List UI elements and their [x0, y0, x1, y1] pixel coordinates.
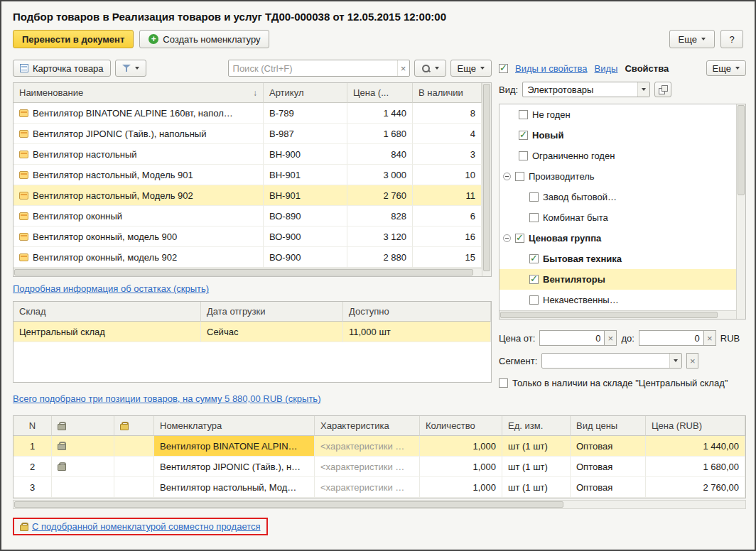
selection-hscrollbar[interactable] — [13, 500, 746, 509]
search-clear-button[interactable] — [397, 60, 409, 76]
column-header-quantity[interactable]: Количество — [420, 416, 502, 436]
toolbar-more-button[interactable]: Еще — [669, 30, 715, 48]
product-stock-cell: 16 — [413, 227, 482, 247]
product-row[interactable]: Вентилятор JIPONIC (Тайв.), напольный В-… — [14, 124, 482, 144]
property-row[interactable]: Не годен — [500, 104, 736, 125]
products-hscrollbar[interactable] — [14, 268, 482, 276]
property-row[interactable]: Бытовая техника — [500, 249, 736, 269]
selection-row[interactable]: 3 Вентилятор настольный, Мод… <характери… — [14, 477, 745, 498]
column-header-price-type[interactable]: Вид цены — [571, 416, 646, 436]
funnel-icon — [122, 64, 131, 72]
search-button[interactable] — [414, 60, 446, 77]
property-row[interactable]: Ограниченно годен — [500, 146, 736, 166]
column-header-characteristic[interactable]: Характеристика — [315, 416, 420, 436]
stock-details-link[interactable]: Подробная информация об остатках (скрыть… — [13, 283, 209, 294]
products-more-button[interactable]: Еще — [450, 60, 492, 77]
scrollbar-thumb[interactable] — [738, 105, 745, 195]
filter-button[interactable] — [115, 60, 146, 77]
property-checkbox[interactable] — [515, 234, 524, 243]
price-from-clear-button[interactable] — [605, 330, 617, 346]
product-card-icon — [20, 64, 28, 72]
only-in-stock-checkbox[interactable] — [499, 378, 508, 388]
column-header-key[interactable] — [114, 416, 154, 436]
properties-vscrollbar[interactable] — [736, 104, 745, 319]
scrollbar-thumb[interactable] — [500, 312, 718, 318]
create-item-button[interactable]: Создать номенклатуру — [139, 30, 269, 48]
stock-table-row[interactable]: Центральный склад Сейчас 11,000 шт — [14, 322, 491, 342]
product-card-button[interactable]: Карточка товара — [13, 60, 111, 77]
column-header-unit[interactable]: Ед. изм. — [502, 416, 571, 436]
property-checkbox[interactable] — [519, 110, 528, 119]
product-row[interactable]: Вентилятор BINATONE ALPINE 160вт, напол…… — [14, 103, 482, 124]
product-row[interactable]: Вентилятор оконный, модель 902 ВО-900 2 … — [14, 247, 482, 268]
product-row[interactable]: Вентилятор настольный, Модель 901 ВН-901… — [14, 165, 482, 185]
tree-collapse-icon[interactable] — [503, 173, 511, 180]
help-button[interactable]: ? — [720, 30, 743, 48]
column-header-warehouse[interactable]: Склад — [14, 302, 201, 322]
segment-dropdown-button[interactable] — [669, 354, 681, 368]
property-row[interactable]: Вентиляторы — [500, 269, 736, 290]
selection-key-cell — [114, 436, 154, 457]
property-checkbox[interactable] — [529, 213, 539, 222]
views-props-checkbox[interactable] — [499, 64, 508, 73]
property-row[interactable]: Новый — [500, 125, 736, 146]
segment-clear-button[interactable] — [686, 353, 698, 369]
kind-open-button[interactable] — [654, 82, 671, 97]
close-icon — [707, 333, 713, 344]
product-stock-cell: 3 — [413, 144, 482, 165]
properties-hscrollbar[interactable] — [500, 310, 736, 319]
property-row[interactable]: Производитель — [500, 166, 736, 187]
column-header-name[interactable]: Наименование ↓ — [14, 83, 264, 103]
property-checkbox[interactable] — [519, 131, 528, 140]
column-header-article[interactable]: Артикул — [264, 83, 347, 103]
related-products-link[interactable]: С подобранной номенклатурой совместно пр… — [32, 521, 261, 532]
chevron-down-icon — [480, 67, 485, 70]
column-header-price[interactable]: Цена (RUB) — [646, 416, 745, 436]
properties-more-button[interactable]: Еще — [706, 60, 746, 76]
property-row[interactable]: Комбинат быта — [500, 207, 736, 228]
views-and-props-link[interactable]: Виды и свойства — [515, 63, 588, 74]
selection-key-cell — [114, 457, 154, 477]
views-link[interactable]: Виды — [595, 63, 618, 74]
product-row[interactable]: Вентилятор оконный ВО-890 828 6 — [14, 206, 482, 227]
product-row[interactable]: Вентилятор настольный ВН-900 840 3 — [14, 144, 482, 165]
kind-dropdown-button[interactable] — [637, 82, 649, 97]
property-row[interactable]: Завод бытовой… — [500, 187, 736, 207]
scrollbar-thumb[interactable] — [14, 501, 563, 508]
property-checkbox[interactable] — [515, 172, 524, 181]
column-header-n[interactable]: N — [14, 416, 52, 436]
product-article-cell: ВН-901 — [264, 185, 347, 206]
property-checkbox[interactable] — [529, 295, 539, 305]
products-vscrollbar[interactable] — [482, 83, 491, 276]
property-row[interactable]: Ценовая группа — [500, 228, 736, 249]
transfer-to-document-button[interactable]: Перенести в документ — [13, 30, 134, 48]
column-header-stock[interactable]: В наличии — [413, 83, 482, 103]
column-header-shipping-date[interactable]: Дата отгрузки — [201, 302, 343, 322]
column-header-available[interactable]: Доступно — [343, 302, 491, 322]
scrollbar-thumb[interactable] — [483, 84, 490, 271]
column-header-price[interactable]: Цена (... — [347, 83, 413, 103]
products-table-body: Вентилятор BINATONE ALPINE 160вт, напол…… — [14, 103, 482, 268]
price-to-clear-button[interactable] — [704, 330, 716, 346]
property-checkbox[interactable] — [529, 254, 539, 263]
search-input[interactable] — [229, 63, 397, 74]
property-checkbox[interactable] — [519, 151, 528, 160]
product-price-cell: 3 000 — [347, 165, 413, 185]
price-to-input[interactable] — [639, 330, 704, 346]
scrollbar-thumb[interactable] — [14, 269, 473, 276]
lock-icon — [58, 442, 65, 450]
tree-collapse-icon[interactable] — [503, 234, 511, 242]
property-row[interactable]: Некачественны… — [500, 290, 736, 310]
price-from-input[interactable] — [539, 330, 605, 346]
segment-combo[interactable] — [541, 353, 682, 369]
property-checkbox[interactable] — [529, 192, 539, 202]
product-row[interactable]: Вентилятор оконный, модель 900 ВО-900 3 … — [14, 227, 482, 247]
kind-combo[interactable]: Электротовары — [522, 82, 650, 97]
selection-row[interactable]: 2 Вентилятор JIPONIC (Тайв.), н… <характ… — [14, 457, 745, 477]
column-header-nomenclature[interactable]: Номенклатура — [154, 416, 315, 436]
selection-row[interactable]: 1 Вентилятор BINATONE ALPIN… <характерис… — [14, 436, 745, 457]
column-header-lock[interactable] — [52, 416, 114, 436]
product-row[interactable]: Вентилятор настольный, Модель 902 ВН-901… — [14, 185, 482, 206]
selection-summary-link[interactable]: Всего подобрано три позиции товаров, на … — [13, 393, 320, 404]
property-checkbox[interactable] — [529, 275, 539, 284]
